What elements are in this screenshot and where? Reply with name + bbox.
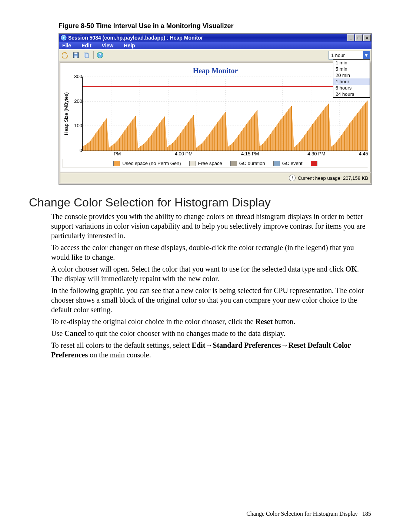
info-icon: i — [289, 175, 296, 181]
body-paragraph: To reset all colors to the default setti… — [51, 340, 371, 360]
svg-rect-2 — [74, 53, 77, 54]
toolbar: ? 1 hour ▼ 1 min 5 min 20 min 1 hour 6 h… — [59, 49, 371, 61]
page-footer: Change Color Selection for Histogram Dis… — [246, 511, 371, 517]
body-paragraph: To access the color changer on these dis… — [51, 243, 371, 262]
back-button[interactable] — [61, 50, 70, 60]
menu-file[interactable]: File — [62, 43, 71, 48]
plot-canvas — [82, 77, 368, 151]
statusbar: i Current heap usage: 207,158 KB — [60, 173, 371, 183]
chart-title: Heap Monitor — [63, 67, 368, 75]
legend-item[interactable]: GC duration — [230, 161, 265, 166]
body-paragraph: A color chooser will open. Select the co… — [51, 264, 371, 283]
legend-item[interactable]: Free space — [189, 161, 222, 166]
menu-edit[interactable]: Edit — [81, 43, 91, 48]
heap-monitor-window: Session 5084 (com.hp.payload.badapp) : H… — [59, 33, 372, 185]
time-interval-select[interactable]: 1 hour ▼ 1 min 5 min 20 min 1 hour 6 hou… — [329, 51, 370, 60]
minimize-button[interactable]: _ — [347, 34, 354, 41]
maximize-button[interactable]: □ — [355, 34, 363, 41]
time-interval-dropdown: 1 min 5 min 20 min 1 hour 6 hours 24 hou… — [333, 59, 370, 98]
window-title: Session 5084 (com.hp.payload.badapp) : H… — [68, 35, 347, 41]
legend-item[interactable] — [311, 161, 317, 166]
chevron-down-icon: ▼ — [363, 51, 370, 59]
help-button[interactable]: ? — [95, 50, 105, 60]
menu-view[interactable]: View — [102, 43, 114, 48]
menu-help[interactable]: Help — [124, 43, 135, 48]
svg-rect-3 — [74, 55, 77, 58]
copy-button[interactable] — [81, 50, 91, 60]
dropdown-item[interactable]: 5 min — [333, 66, 370, 72]
close-button[interactable]: × — [363, 34, 371, 41]
app-icon — [61, 35, 67, 41]
time-interval-value: 1 hour — [329, 51, 363, 59]
chart-area: Heap Monitor Heap Size (MBytes) 300 200 … — [60, 63, 371, 172]
body-paragraph: In the following graphic, you can see th… — [51, 286, 371, 314]
dropdown-item[interactable]: 1 min — [333, 60, 370, 66]
status-text: Current heap usage: 207,158 KB — [298, 175, 368, 181]
legend-item[interactable]: Used space (no Perm Gen) — [113, 161, 181, 166]
svg-text:?: ? — [99, 53, 101, 58]
dropdown-item[interactable]: 1 hour — [333, 78, 370, 85]
menubar: File Edit View Help — [59, 42, 371, 49]
dropdown-item[interactable]: 6 hours — [333, 85, 370, 91]
chart-legend: Used space (no Perm Gen) Free space GC d… — [63, 159, 368, 168]
body-paragraph: Use Cancel to quit the color chooser wit… — [51, 329, 371, 338]
save-button[interactable] — [71, 50, 81, 60]
figure-caption: Figure 8-50 Time Interval Use in a Monit… — [59, 22, 371, 30]
dropdown-item[interactable]: 24 hours — [333, 91, 370, 97]
body-paragraph: The console provides you with the abilit… — [51, 212, 371, 240]
legend-item[interactable]: GC event — [273, 161, 303, 166]
dropdown-item[interactable]: 20 min — [333, 72, 370, 78]
svg-rect-5 — [85, 54, 89, 58]
x-axis-ticks: PM 4:00 PM 4:15 PM 4:30 PM 4:45 — [84, 151, 368, 156]
y-axis-label: Heap Size (MBytes) — [63, 77, 70, 151]
section-heading: Change Color Selection for Histogram Dis… — [29, 196, 371, 209]
body-paragraph: To re-display the original color choice … — [51, 317, 371, 326]
titlebar: Session 5084 (com.hp.payload.badapp) : H… — [59, 34, 371, 42]
y-axis-ticks: 300 200 100 0 — [70, 77, 82, 151]
